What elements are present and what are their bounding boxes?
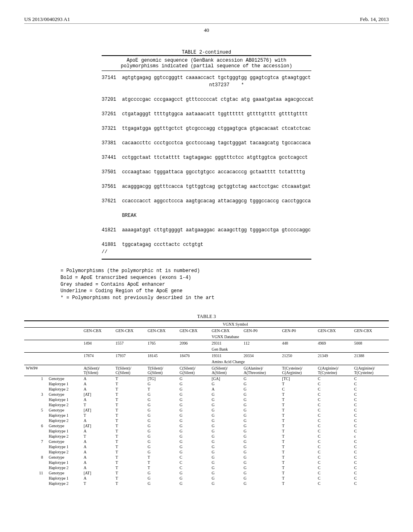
data-cell: A <box>82 465 114 470</box>
data-cell: C <box>316 428 353 434</box>
data-cell: [GA] <box>210 376 242 381</box>
data-cell: T <box>280 444 316 449</box>
row-label: Haplotype 2 <box>47 387 82 392</box>
data-cell: T <box>82 481 114 486</box>
data-cell: T <box>280 460 316 465</box>
data-cell: [AT] <box>82 392 114 397</box>
table-row: 5Genotype[AT]TGGGGTCC <box>24 407 389 413</box>
table-3-header-cell: G(Alanine)/A(Threonine) <box>242 365 280 376</box>
wwp-cell <box>24 481 47 486</box>
data-cell: G <box>178 444 210 449</box>
data-cell: G <box>242 402 280 407</box>
data-cell: G <box>242 434 280 439</box>
row-label: Haplotype 2 <box>47 418 82 423</box>
data-cell: G <box>146 402 178 407</box>
data-cell: C <box>353 465 389 470</box>
wwp-cell <box>24 387 47 392</box>
row-label: Haplotype 1 <box>47 397 82 402</box>
data-cell: G <box>178 439 210 444</box>
data-cell: T <box>82 413 114 418</box>
data-cell: A <box>82 376 114 381</box>
table-3-header-cell: C(Arginine)/T(Cysteine) <box>353 365 389 376</box>
wwp-cell <box>24 476 47 481</box>
data-cell: C <box>316 392 353 397</box>
table-row: Haplotype 2ATTGAGCCC <box>24 387 389 392</box>
data-cell: G <box>146 444 178 449</box>
table-row: Haplotype 1ATGGGGTCC <box>24 444 389 449</box>
data-cell: T <box>280 465 316 470</box>
table-3-header-cell: C(Silent)/G(Silent) <box>178 365 210 376</box>
data-cell: T <box>280 423 316 428</box>
data-cell: A <box>82 455 114 460</box>
data-cell: T <box>280 470 316 476</box>
table-3-header-cell: GEN-P0 <box>242 327 280 334</box>
data-cell: T <box>146 455 178 460</box>
publication-date: Feb. 14, 2013 <box>360 16 389 23</box>
table-3-header-cell: 20334 <box>242 352 280 359</box>
data-cell: G <box>146 481 178 486</box>
wwp-cell: 11 <box>24 470 47 476</box>
table-3-header-cell: GEN-P0 <box>280 327 316 334</box>
data-cell: G <box>242 423 280 428</box>
amino-acid-change-header: Amino Acid Change <box>210 359 281 365</box>
data-cell: T <box>146 460 178 465</box>
data-cell: C <box>316 434 353 439</box>
data-cell: A <box>82 381 114 387</box>
data-cell: G <box>242 397 280 402</box>
data-cell: T <box>114 434 146 439</box>
table-row: Haplotype 1TTGGGGTCC <box>24 413 389 418</box>
wwp-cell <box>24 465 47 470</box>
data-cell: G <box>210 481 242 486</box>
data-cell: G <box>210 397 242 402</box>
publication-number: US 2013/0040293 A1 <box>24 16 70 23</box>
data-cell: G <box>146 428 178 434</box>
data-cell: G <box>242 418 280 423</box>
data-cell: C <box>353 439 389 444</box>
table-row: Haplotype 2TTGGGGTCC <box>24 402 389 407</box>
data-cell: T <box>280 481 316 486</box>
data-cell: G <box>146 397 178 402</box>
data-cell: C <box>316 444 353 449</box>
row-label: Genotype <box>47 407 82 413</box>
data-cell: T <box>280 434 316 439</box>
table-3-header-cell: GEN-CBX <box>316 327 353 334</box>
table-row: Haplotype 1ATGGGGTCC <box>24 397 389 402</box>
row-label: Haplotype 2 <box>47 465 82 470</box>
data-cell: [AT] <box>82 470 114 476</box>
data-cell: T <box>280 418 316 423</box>
wwp-cell: 8 <box>24 455 47 460</box>
data-cell: C <box>316 423 353 428</box>
wwp-cell <box>24 449 47 455</box>
table-3-header-cell: GEN-CBX <box>146 327 178 334</box>
wwp-cell <box>24 381 47 387</box>
data-cell: T <box>280 428 316 434</box>
table-3-header-cell: 21349 <box>316 352 353 359</box>
data-cell: T <box>114 387 146 392</box>
data-cell: G <box>146 449 178 455</box>
data-cell: G <box>210 428 242 434</box>
data-cell: C <box>316 465 353 470</box>
table-2-subtitle: ApoE genomic sequence (GenBank accession… <box>102 56 311 71</box>
row-label: Haplotype 2 <box>47 402 82 407</box>
table-3-header-cell: GEN-CBX <box>82 327 114 334</box>
data-cell: T <box>280 449 316 455</box>
table-3-header-cell: 19311 <box>210 352 242 359</box>
table-3-header-cell: GEN-CBX <box>114 327 146 334</box>
data-cell: G <box>242 481 280 486</box>
wwp-cell: 6 <box>24 423 47 428</box>
data-cell: c <box>353 434 389 439</box>
data-cell: G <box>210 423 242 428</box>
data-cell: T <box>114 402 146 407</box>
data-cell: T <box>114 418 146 423</box>
row-label: Genotype <box>47 455 82 460</box>
data-cell: G <box>146 470 178 476</box>
data-cell: C <box>316 402 353 407</box>
data-cell: C <box>353 376 389 381</box>
data-cell: C <box>353 418 389 423</box>
table-3-header-cell: GEN-CBX <box>178 327 210 334</box>
data-cell: A <box>82 439 114 444</box>
row-label: Haplotype 2 <box>47 481 82 486</box>
data-cell: T <box>280 407 316 413</box>
data-cell: G <box>178 428 210 434</box>
row-label: Haplotype 1 <box>47 460 82 465</box>
